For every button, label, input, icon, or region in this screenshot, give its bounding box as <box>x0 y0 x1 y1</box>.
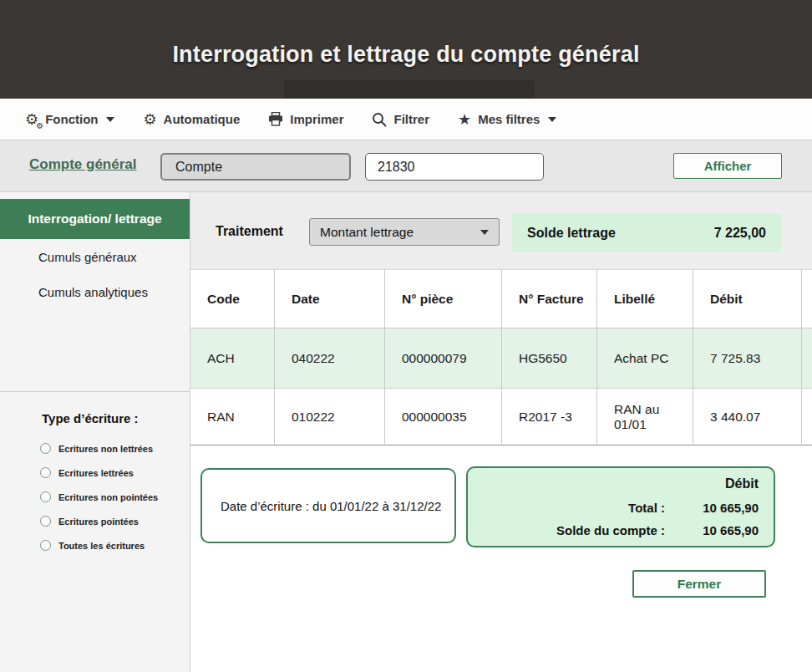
radio-icon <box>40 491 51 502</box>
table-cell[interactable]: RAN au 01/01 <box>597 389 693 445</box>
toolbar-item-label: Automatique <box>164 112 241 126</box>
printer-icon <box>268 112 283 126</box>
treatment-row: Traitement Montant lettrage Solde lettra… <box>190 192 812 269</box>
chevron-down-icon <box>480 230 489 235</box>
search-icon <box>372 112 387 127</box>
totals-box: Débit Total : 10 665,90 Solde du compte … <box>466 466 775 547</box>
sidebar-divider <box>0 391 190 392</box>
toolbar-item-fonction[interactable]: ⚙⚙ Fonction <box>25 112 114 127</box>
table-cell[interactable]: 040222 <box>275 328 385 389</box>
toolbar-item-label: Mes filtres <box>478 112 540 126</box>
radio-ecritures-non-pointees[interactable]: Ecritures non pointées <box>40 485 183 509</box>
toolbar-item-mes-filtres[interactable]: ★ Mes filtres <box>458 112 556 127</box>
solde-compte-value: 10 665,90 <box>665 523 759 537</box>
table-cell-stub <box>802 328 812 389</box>
star-icon: ★ <box>458 112 471 127</box>
column-header-stub <box>802 270 812 328</box>
titlebar-shadow-decoration <box>284 80 535 99</box>
table-cell[interactable]: 7 725.83 <box>693 328 802 389</box>
radio-label: Ecritures lettrées <box>58 468 134 478</box>
column-header[interactable]: N° pièce <box>385 270 502 328</box>
title-bar: Interrogation et lettrage du compte géné… <box>0 0 812 99</box>
toolbar-item-automatique[interactable]: ⚙ Automatique <box>143 112 240 127</box>
sidebar-item-interrogation-lettrage[interactable]: Interrogation/ lettrage <box>0 199 190 239</box>
column-header[interactable]: Date <box>275 270 385 328</box>
treatment-dropdown-value: Montant lettrage <box>320 225 414 240</box>
table-cell[interactable]: Achat PC <box>597 328 693 389</box>
type-ecriture-title: Type d’écriture : <box>42 411 139 425</box>
totals-solde-row: Solde du compte : 10 665,90 <box>483 523 759 537</box>
chevron-down-icon <box>548 117 556 122</box>
table-cell[interactable]: RAN <box>190 389 275 445</box>
chevron-down-icon <box>106 117 114 122</box>
main-content: Traitement Montant lettrage Solde lettra… <box>190 192 812 672</box>
table-cell[interactable]: 000000035 <box>385 389 502 445</box>
date-range-text: Date d’écriture : du 01/01/22 à 31/12/22 <box>221 499 441 513</box>
toolbar: ⚙⚙ Fonction ⚙ Automatique Imprimer <box>0 99 812 140</box>
table-cell[interactable]: R2017 -3 <box>502 389 597 445</box>
radio-icon <box>40 467 51 478</box>
column-header[interactable]: Code <box>190 270 275 328</box>
app-window: Interrogation et lettrage du compte géné… <box>0 0 812 672</box>
solde-lettrage-label: Solde lettrage <box>527 226 616 241</box>
column-header[interactable]: Libellé <box>597 270 693 328</box>
radio-ecritures-pointees[interactable]: Ecritures pointées <box>40 509 183 533</box>
solde-compte-label: Solde du compte : <box>556 523 665 537</box>
treatment-label: Traitement <box>216 224 283 239</box>
page-title: Interrogation et lettrage du compte géné… <box>172 42 639 68</box>
toolbar-item-label: Imprimer <box>290 112 343 126</box>
account-bar: Compte général Compte Afficher <box>0 140 812 192</box>
date-range-box: Date d’écriture : du 01/01/22 à 31/12/22 <box>200 468 456 543</box>
gears-icon: ⚙⚙ <box>25 112 38 127</box>
column-header[interactable]: N° Facture <box>502 270 597 328</box>
toolbar-item-label: Filtrer <box>393 112 429 126</box>
radio-icon <box>40 516 51 527</box>
compte-field-label[interactable]: Compte <box>160 153 351 181</box>
radio-icon <box>40 540 51 551</box>
table-cell-stub <box>802 389 812 445</box>
gear-icon: ⚙ <box>143 112 156 127</box>
sidebar-item-label: Cumuls généraux <box>38 250 137 264</box>
compte-general-link[interactable]: Compte général <box>29 156 136 173</box>
totals-total-row: Total : 10 665,90 <box>483 501 759 515</box>
totals-column-title: Débit <box>665 476 759 491</box>
sidebar-item-label: Interrogation/ lettrage <box>28 211 161 227</box>
table-cell[interactable]: 010222 <box>275 389 385 445</box>
radio-label: Ecritures non pointées <box>58 492 158 502</box>
toolbar-item-filtrer[interactable]: Filtrer <box>372 112 429 127</box>
sidebar-item-label: Cumuls analytiques <box>38 285 148 299</box>
radio-ecritures-lettrees[interactable]: Ecritures lettrées <box>40 461 183 485</box>
table-cell[interactable]: HG5650 <box>502 328 597 389</box>
table-cell[interactable]: 3 440.07 <box>693 389 802 445</box>
column-header[interactable]: Débit <box>693 270 802 328</box>
radio-toutes-les-ecritures[interactable]: Toutes les écritures <box>40 533 183 557</box>
table-cell[interactable]: ACH <box>190 328 275 389</box>
radio-label: Ecritures pointées <box>58 517 139 527</box>
table-cell[interactable]: 000000079 <box>385 328 502 389</box>
sidebar-item-cumuls-generaux[interactable]: Cumuls généraux <box>0 239 190 274</box>
entries-table: Code Date N° pièce N° Facture Libellé Dé… <box>190 269 812 445</box>
total-value: 10 665,90 <box>665 501 759 515</box>
radio-label: Ecritures non lettrées <box>58 444 153 454</box>
toolbar-item-label: Fonction <box>45 112 98 126</box>
total-label: Total : <box>628 501 665 515</box>
fermer-button[interactable]: Fermer <box>632 570 766 598</box>
account-number-input[interactable] <box>365 153 544 181</box>
radio-ecritures-non-lettrees[interactable]: Ecritures non lettrées <box>40 436 183 461</box>
solde-lettrage-value: 7 225,00 <box>714 226 766 241</box>
afficher-button[interactable]: Afficher <box>673 153 782 179</box>
radio-icon <box>40 443 51 454</box>
solde-lettrage-box: Solde lettrage 7 225,00 <box>512 214 781 252</box>
toolbar-item-imprimer[interactable]: Imprimer <box>268 112 343 126</box>
sidebar: Interrogation/ lettrage Cumuls généraux … <box>0 192 190 672</box>
type-ecriture-radio-group: Ecritures non lettrées Ecritures lettrée… <box>40 436 183 557</box>
totals-column-title-row: Débit <box>483 476 759 491</box>
treatment-dropdown[interactable]: Montant lettrage <box>309 218 500 246</box>
radio-label: Toutes les écritures <box>58 541 145 551</box>
sidebar-item-cumuls-analytiques[interactable]: Cumuls analytiques <box>0 274 190 309</box>
